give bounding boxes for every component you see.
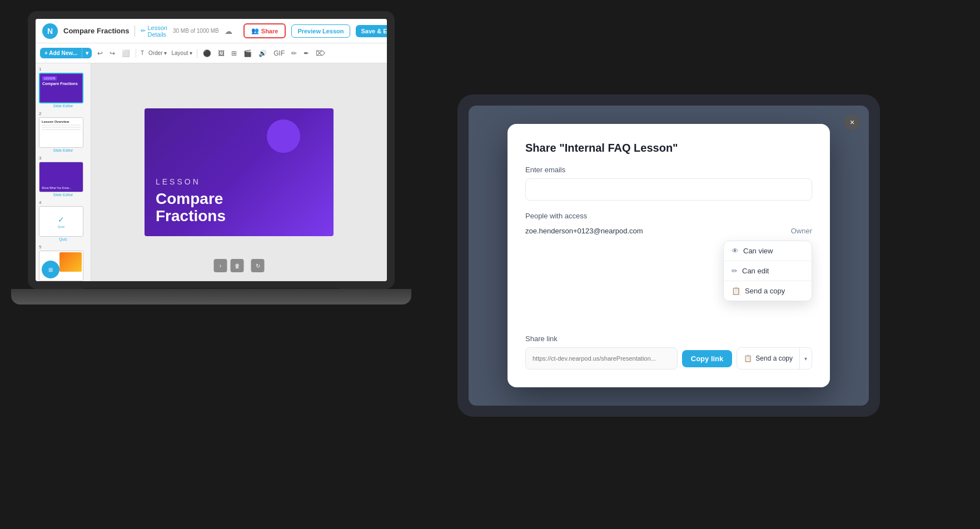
share-link-section: Share link Copy link 📋 Send a copy ▾ bbox=[525, 335, 812, 370]
slide-1-label: Slide Editor bbox=[39, 104, 87, 108]
cloud-icon: ☁ bbox=[225, 27, 232, 36]
slide-3-thumb[interactable]: 3 Show What You Know... Slide Editor bbox=[39, 156, 87, 197]
slide-1-image: LESSON Compare Fractions bbox=[39, 73, 83, 103]
people-with-access-title: People with access bbox=[525, 212, 812, 220]
permission-dropdown-menu: 👁 Can view ✏ Can edit 📋 Send a copy bbox=[723, 241, 812, 301]
slide-5-thumb[interactable]: 5 ⊞ bbox=[39, 244, 87, 281]
editor-topbar: N Compare Fractions ✏ Lesson Details 30 … bbox=[36, 19, 387, 43]
slide-lesson-tag: LESSON bbox=[156, 177, 322, 186]
redo-icon[interactable]: ↪ bbox=[108, 48, 116, 58]
send-copy-caret[interactable]: ▾ bbox=[800, 348, 812, 369]
send-copy-option[interactable]: 📋 Send a copy bbox=[724, 281, 812, 301]
slide-3-image: Show What You Know... bbox=[39, 162, 83, 192]
slide-3-label: Slide Editor bbox=[39, 193, 87, 197]
slide-decoration bbox=[267, 119, 300, 153]
tablet-border: × Share "Internal FAQ Lesson" Enter emai… bbox=[457, 94, 880, 417]
copy-link-button[interactable]: Copy link bbox=[682, 350, 733, 367]
title-divider bbox=[135, 26, 135, 37]
highlight-icon[interactable]: ✒ bbox=[302, 48, 310, 58]
undo-icon[interactable]: ↩ bbox=[96, 48, 104, 58]
add-new-button[interactable]: + Add New... ▾ bbox=[40, 48, 92, 58]
app-title: Compare Fractions bbox=[63, 27, 129, 35]
nearpod-logo: N bbox=[42, 23, 58, 39]
owner-row: zoe.henderson+0123@nearpod.com Owner bbox=[525, 227, 812, 235]
slide-4-thumb[interactable]: 4 ✓ Quiz Quiz bbox=[39, 200, 87, 241]
table-icon[interactable]: ⊞ bbox=[230, 48, 238, 58]
modal-close-button[interactable]: × bbox=[844, 114, 860, 130]
enter-emails-label: Enter emails bbox=[525, 166, 812, 174]
send-copy-wrapper: 📋 Send a copy ▾ bbox=[737, 347, 812, 370]
slide-5-image: ⊞ bbox=[39, 251, 83, 281]
slide-2-image: Lesson Overview bbox=[39, 117, 83, 148]
can-edit-option[interactable]: ✏ Can edit bbox=[724, 261, 812, 281]
laptop-screen-border: N Compare Fractions ✏ Lesson Details 30 … bbox=[28, 11, 395, 289]
eraser-icon[interactable]: ⌦ bbox=[315, 48, 326, 58]
preview-lesson-button[interactable]: Preview Lesson bbox=[291, 24, 350, 38]
share-link-label: Share link bbox=[525, 335, 812, 343]
slide-1-thumb[interactable]: 1 LESSON Compare Fractions Slide Editor bbox=[39, 67, 87, 108]
main-slide: LESSON Compare Fractions bbox=[145, 108, 334, 236]
image-icon[interactable]: 🖼 bbox=[217, 48, 226, 58]
can-view-option[interactable]: 👁 Can view bbox=[724, 241, 812, 261]
lesson-details-link[interactable]: ✏ Lesson Details bbox=[141, 24, 167, 38]
circle-icon[interactable]: ⚫ bbox=[202, 48, 212, 58]
tablet-screen: × Share "Internal FAQ Lesson" Enter emai… bbox=[469, 106, 869, 406]
modal-title: Share "Internal FAQ Lesson" bbox=[525, 142, 812, 154]
order-dropdown[interactable]: Order ▾ bbox=[148, 50, 167, 56]
editor-secondary-toolbar: + Add New... ▾ ↩ ↪ ⬜ T Order ▾ Layout ▾ … bbox=[36, 43, 387, 63]
eye-icon: 👁 bbox=[732, 247, 739, 255]
layout-dropdown[interactable]: Layout ▾ bbox=[171, 50, 192, 56]
share-modal: Share "Internal FAQ Lesson" Enter emails… bbox=[508, 124, 830, 387]
owner-email: zoe.henderson+0123@nearpod.com bbox=[525, 227, 643, 235]
save-exit-button[interactable]: Save & Exit bbox=[356, 25, 387, 37]
share-button[interactable]: 👥 Share bbox=[243, 23, 286, 38]
slide-delete-btn[interactable]: 🗑 bbox=[231, 259, 244, 272]
share-link-row: Copy link 📋 Send a copy ▾ bbox=[525, 347, 812, 370]
slide-main-title: Compare Fractions bbox=[156, 191, 322, 225]
share-link-input[interactable] bbox=[525, 347, 678, 370]
text-tool[interactable]: T bbox=[141, 50, 144, 56]
edit-icon: ✏ bbox=[732, 267, 738, 275]
pen-icon[interactable]: ✏ bbox=[290, 48, 298, 58]
slide-2-label: Slide Editor bbox=[39, 148, 87, 152]
toolbar-separator-2 bbox=[197, 49, 197, 58]
canvas-area: LESSON Compare Fractions › 🗑 ↻ bbox=[91, 63, 387, 281]
tablet: × Share "Internal FAQ Lesson" Enter emai… bbox=[457, 94, 880, 417]
editor-body: 1 LESSON Compare Fractions Slide Editor … bbox=[36, 63, 387, 281]
storage-info: 30 MB of 1000 MB bbox=[173, 28, 219, 34]
slide-next-btn[interactable]: › bbox=[214, 259, 227, 272]
laptop-base bbox=[11, 289, 411, 305]
slide-4-label: Quiz bbox=[39, 237, 87, 241]
slide-2-thumb[interactable]: 2 Lesson Overview Slide Editor bbox=[39, 111, 87, 152]
copy-icon-small: 📋 bbox=[744, 355, 752, 362]
send-copy-button[interactable]: 📋 Send a copy ▾ bbox=[737, 347, 812, 370]
slide-4-image: ✓ Quiz bbox=[39, 206, 83, 237]
slides-panel: 1 LESSON Compare Fractions Slide Editor … bbox=[36, 63, 91, 281]
select-icon[interactable]: ⬜ bbox=[121, 48, 131, 58]
video-icon[interactable]: 🎬 bbox=[242, 48, 253, 58]
laptop-screen: N Compare Fractions ✏ Lesson Details 30 … bbox=[36, 19, 387, 281]
slide-refresh-btn[interactable]: ↻ bbox=[251, 259, 265, 272]
laptop: N Compare Fractions ✏ Lesson Details 30 … bbox=[28, 11, 406, 356]
audio-icon[interactable]: 🔊 bbox=[257, 48, 268, 58]
gif-icon[interactable]: GIF bbox=[272, 48, 286, 58]
copy-doc-icon: 📋 bbox=[732, 287, 740, 295]
owner-role: Owner bbox=[791, 227, 812, 235]
toolbar-separator-1 bbox=[136, 49, 136, 58]
email-input[interactable] bbox=[525, 178, 812, 201]
